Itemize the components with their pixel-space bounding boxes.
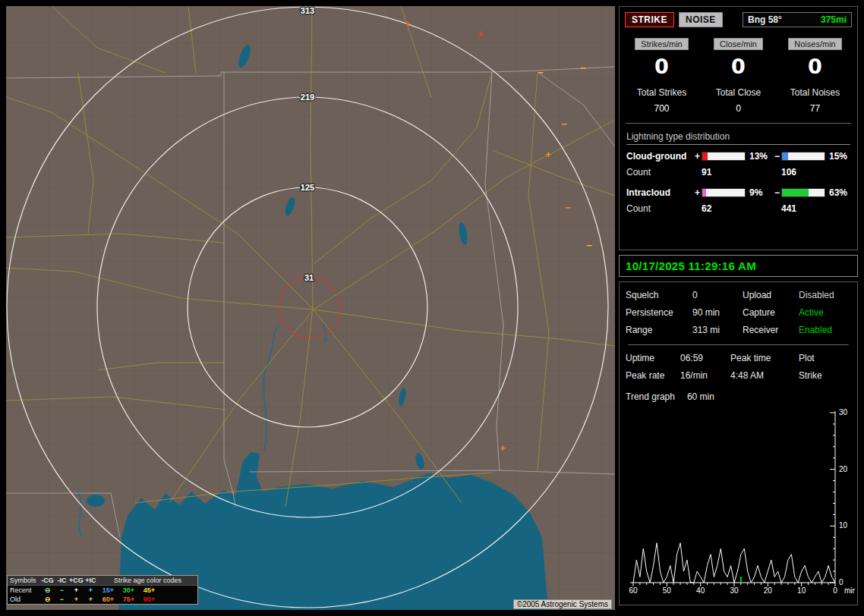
ring-label-31: 31 <box>304 273 314 282</box>
legend-age-title: Strike age color codes <box>98 576 197 585</box>
legend-header-neg-cg: -CG <box>40 576 55 585</box>
close-per-min-value: 0 <box>700 55 777 78</box>
legend-age-value: 15+ <box>98 586 118 595</box>
bearing-display: Bng 58° 375mi <box>743 12 852 27</box>
trend-tick-label: 0 <box>839 578 844 586</box>
peak-time-value: 4:48 AM <box>730 370 799 381</box>
cg-negative-count: 106 <box>781 167 825 178</box>
intracloud-count-row: Count 62 441 <box>626 203 850 214</box>
persistence-label: Persistence <box>626 307 692 318</box>
map-canvas[interactable]: 313 219 125 31 ++−−−+−−+ Symbols -CG -IC… <box>6 6 615 610</box>
upload-label: Upload <box>743 290 799 300</box>
legend-symbol: − <box>55 595 69 604</box>
trend-tick-label: 40 <box>696 586 705 595</box>
strike-plus-mark: + <box>545 149 551 160</box>
peak-rate-label: Peak rate <box>626 370 680 381</box>
trend-tick-label: 50 <box>663 586 672 595</box>
ic-positive-bar <box>702 188 746 197</box>
ring-label-219: 219 <box>301 93 314 102</box>
cg-negative-bar <box>781 152 825 161</box>
legend-symbol: ⊖ <box>40 586 55 595</box>
cg-positive-pct: 13% <box>746 151 773 162</box>
legend-header-pos-cg: +CG <box>69 576 84 585</box>
strike-plus-mark: + <box>478 28 484 39</box>
legend-header-neg-ic: -IC <box>55 576 69 585</box>
legend-row-recent: Recent⊖−++15+30+45+ <box>8 586 197 595</box>
cloud-ground-label: Cloud-ground <box>626 151 693 162</box>
count-label: Count <box>626 167 693 178</box>
count-label: Count <box>626 203 693 214</box>
total-close-value: 0 <box>700 103 777 114</box>
trend-tick-label: 30 <box>839 408 848 416</box>
legend-age-value: 60+ <box>98 595 118 604</box>
bearing-range-value: 375mi <box>821 14 847 25</box>
upload-value: Disabled <box>799 290 852 300</box>
legend-row-old: Old⊖−++60+75+90+ <box>8 595 197 604</box>
total-strikes-label: Total Strikes <box>623 87 700 98</box>
total-close-label: Total Close <box>700 87 777 98</box>
trend-tick-label: 10 <box>839 521 848 530</box>
noises-per-min-button[interactable]: Noises/min <box>788 38 841 50</box>
datetime-display: 10/17/2025 11:29:16 AM <box>626 259 756 272</box>
receiver-label: Receiver <box>743 325 799 335</box>
ring-label-125: 125 <box>301 183 314 192</box>
ring-label-313: 313 <box>301 6 314 15</box>
status-panel: Squelch 0 Upload Disabled Persistence 90… <box>619 281 858 605</box>
receiver-value: Enabled <box>799 325 852 335</box>
legend-row-label: Recent <box>8 586 40 595</box>
trend-line <box>633 543 835 583</box>
squelch-value: 0 <box>692 290 743 300</box>
legend-symbol: + <box>84 586 98 595</box>
strike-legend: Symbols -CG -IC +CG +IC Strike age color… <box>7 575 198 605</box>
ic-positive-pct: 9% <box>746 187 773 198</box>
trend-graph-label: Trend graph <box>626 391 675 402</box>
close-per-min-button[interactable]: Close/min <box>714 38 763 50</box>
total-noises-value: 77 <box>777 103 853 114</box>
minus-sign: − <box>773 151 781 162</box>
plot-label: Plot <box>799 353 852 363</box>
cg-positive-count: 91 <box>702 167 746 178</box>
ic-negative-count: 441 <box>781 203 825 214</box>
trend-tick-label: 30 <box>730 586 739 595</box>
noise-mode-button[interactable]: NOISE <box>679 12 723 27</box>
ic-negative-bar <box>781 188 825 197</box>
strike-minus-mark: − <box>580 62 586 74</box>
strike-minus-mark: − <box>561 118 567 130</box>
totals-values-row: 700 0 77 <box>623 103 853 114</box>
legend-symbol: + <box>84 595 98 604</box>
trend-tick-label: 10 <box>797 586 806 595</box>
legend-row-label: Old <box>8 595 40 604</box>
uptime-label: Uptime <box>626 353 680 363</box>
cg-negative-pct: 15% <box>825 151 853 162</box>
uptime-value: 06:59 <box>680 353 730 363</box>
rate-values-row: 0 0 0 <box>623 55 853 78</box>
trend-tick-label: min <box>844 586 855 595</box>
trend-tick-label: 60 <box>629 586 638 595</box>
legend-age-value: 30+ <box>118 586 139 595</box>
strike-minus-mark: − <box>565 202 571 213</box>
divider <box>628 344 849 345</box>
map-svg: 313 219 125 31 ++−−−+−−+ <box>6 6 615 610</box>
intracloud-row: Intracloud + 9% − 63% <box>626 187 850 198</box>
cloud-ground-row: Cloud-ground + 13% − 15% <box>626 151 850 162</box>
stats-panel: STRIKE NOISE Bng 58° 375mi Strikes/min C… <box>619 6 858 250</box>
rate-labels-row: Strikes/min Close/min Noises/min <box>623 38 853 50</box>
range-value: 313 mi <box>692 325 743 335</box>
legend-symbol: − <box>55 586 69 595</box>
legend-age-value: 45+ <box>139 586 159 595</box>
strike-minus-mark: − <box>538 67 544 78</box>
datetime-panel: 10/17/2025 11:29:16 AM <box>619 255 858 277</box>
cg-positive-bar <box>702 152 746 161</box>
strike-plus-mark: + <box>500 442 506 454</box>
trend-tick-label: 20 <box>764 586 773 595</box>
legend-header-pos-ic: +IC <box>84 576 98 585</box>
cloud-ground-count-row: Count 91 106 <box>626 167 850 178</box>
strikes-per-min-value: 0 <box>623 55 700 78</box>
plot-value: Strike <box>799 370 852 381</box>
strike-mode-button[interactable]: STRIKE <box>625 12 674 27</box>
uptime-grid: Uptime 06:59 Peak time Plot Peak rate 16… <box>626 353 851 381</box>
trend-tick-label: 20 <box>839 465 848 473</box>
legend-symbol: + <box>69 586 84 595</box>
strikes-per-min-button[interactable]: Strikes/min <box>635 38 688 50</box>
squelch-label: Squelch <box>626 290 692 300</box>
